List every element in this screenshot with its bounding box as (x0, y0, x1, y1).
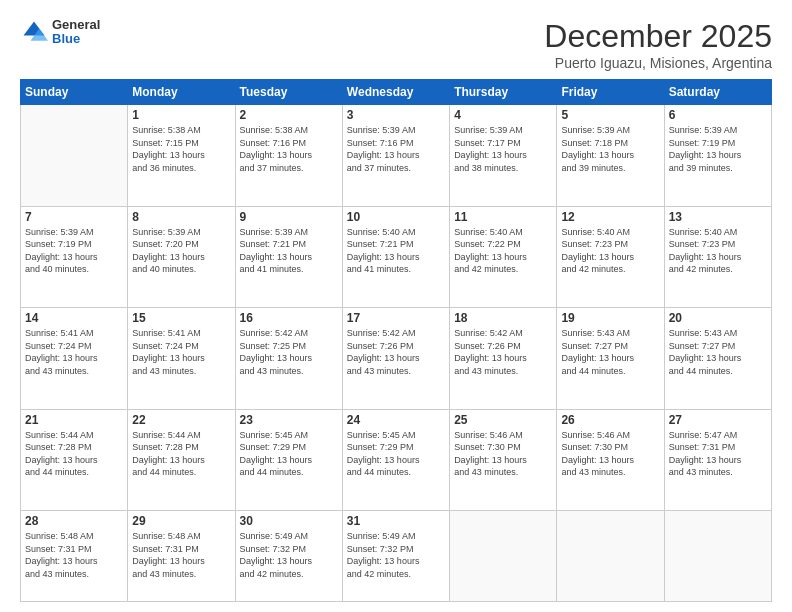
cell-info: Sunrise: 5:40 AMSunset: 7:23 PMDaylight:… (561, 226, 659, 276)
day-number: 18 (454, 311, 552, 325)
table-row: 22Sunrise: 5:44 AMSunset: 7:28 PMDayligh… (128, 409, 235, 511)
day-number: 8 (132, 210, 230, 224)
table-row: 30Sunrise: 5:49 AMSunset: 7:32 PMDayligh… (235, 511, 342, 602)
cell-info: Sunrise: 5:39 AMSunset: 7:18 PMDaylight:… (561, 124, 659, 174)
day-number: 7 (25, 210, 123, 224)
table-row: 14Sunrise: 5:41 AMSunset: 7:24 PMDayligh… (21, 308, 128, 410)
table-row: 12Sunrise: 5:40 AMSunset: 7:23 PMDayligh… (557, 206, 664, 308)
logo-blue-text: Blue (52, 32, 100, 46)
header-monday: Monday (128, 80, 235, 105)
cell-info: Sunrise: 5:44 AMSunset: 7:28 PMDaylight:… (25, 429, 123, 479)
table-row (21, 105, 128, 207)
calendar-week-row: 7Sunrise: 5:39 AMSunset: 7:19 PMDaylight… (21, 206, 772, 308)
table-row: 9Sunrise: 5:39 AMSunset: 7:21 PMDaylight… (235, 206, 342, 308)
main-title: December 2025 (544, 18, 772, 55)
header-sunday: Sunday (21, 80, 128, 105)
cell-info: Sunrise: 5:38 AMSunset: 7:15 PMDaylight:… (132, 124, 230, 174)
cell-info: Sunrise: 5:47 AMSunset: 7:31 PMDaylight:… (669, 429, 767, 479)
cell-info: Sunrise: 5:39 AMSunset: 7:16 PMDaylight:… (347, 124, 445, 174)
table-row (664, 511, 771, 602)
day-number: 28 (25, 514, 123, 528)
day-number: 16 (240, 311, 338, 325)
cell-info: Sunrise: 5:49 AMSunset: 7:32 PMDaylight:… (240, 530, 338, 580)
header-saturday: Saturday (664, 80, 771, 105)
day-number: 22 (132, 413, 230, 427)
logo-text: General Blue (52, 18, 100, 47)
day-number: 4 (454, 108, 552, 122)
day-number: 24 (347, 413, 445, 427)
table-row: 15Sunrise: 5:41 AMSunset: 7:24 PMDayligh… (128, 308, 235, 410)
table-row: 27Sunrise: 5:47 AMSunset: 7:31 PMDayligh… (664, 409, 771, 511)
weekday-header-row: Sunday Monday Tuesday Wednesday Thursday… (21, 80, 772, 105)
title-block: December 2025 Puerto Iguazu, Misiones, A… (544, 18, 772, 71)
logo-general: General (52, 18, 100, 32)
table-row: 19Sunrise: 5:43 AMSunset: 7:27 PMDayligh… (557, 308, 664, 410)
table-row: 28Sunrise: 5:48 AMSunset: 7:31 PMDayligh… (21, 511, 128, 602)
table-row: 3Sunrise: 5:39 AMSunset: 7:16 PMDaylight… (342, 105, 449, 207)
day-number: 30 (240, 514, 338, 528)
calendar-week-row: 21Sunrise: 5:44 AMSunset: 7:28 PMDayligh… (21, 409, 772, 511)
cell-info: Sunrise: 5:46 AMSunset: 7:30 PMDaylight:… (561, 429, 659, 479)
header-thursday: Thursday (450, 80, 557, 105)
table-row: 8Sunrise: 5:39 AMSunset: 7:20 PMDaylight… (128, 206, 235, 308)
day-number: 2 (240, 108, 338, 122)
table-row: 25Sunrise: 5:46 AMSunset: 7:30 PMDayligh… (450, 409, 557, 511)
cell-info: Sunrise: 5:48 AMSunset: 7:31 PMDaylight:… (132, 530, 230, 580)
page: General Blue December 2025 Puerto Iguazu… (0, 0, 792, 612)
table-row: 11Sunrise: 5:40 AMSunset: 7:22 PMDayligh… (450, 206, 557, 308)
day-number: 1 (132, 108, 230, 122)
cell-info: Sunrise: 5:40 AMSunset: 7:21 PMDaylight:… (347, 226, 445, 276)
cell-info: Sunrise: 5:40 AMSunset: 7:23 PMDaylight:… (669, 226, 767, 276)
cell-info: Sunrise: 5:41 AMSunset: 7:24 PMDaylight:… (132, 327, 230, 377)
cell-info: Sunrise: 5:46 AMSunset: 7:30 PMDaylight:… (454, 429, 552, 479)
cell-info: Sunrise: 5:38 AMSunset: 7:16 PMDaylight:… (240, 124, 338, 174)
table-row: 5Sunrise: 5:39 AMSunset: 7:18 PMDaylight… (557, 105, 664, 207)
table-row: 6Sunrise: 5:39 AMSunset: 7:19 PMDaylight… (664, 105, 771, 207)
header-wednesday: Wednesday (342, 80, 449, 105)
header-friday: Friday (557, 80, 664, 105)
table-row: 20Sunrise: 5:43 AMSunset: 7:27 PMDayligh… (664, 308, 771, 410)
table-row: 24Sunrise: 5:45 AMSunset: 7:29 PMDayligh… (342, 409, 449, 511)
day-number: 27 (669, 413, 767, 427)
table-row: 1Sunrise: 5:38 AMSunset: 7:15 PMDaylight… (128, 105, 235, 207)
cell-info: Sunrise: 5:44 AMSunset: 7:28 PMDaylight:… (132, 429, 230, 479)
logo: General Blue (20, 18, 100, 47)
table-row: 4Sunrise: 5:39 AMSunset: 7:17 PMDaylight… (450, 105, 557, 207)
cell-info: Sunrise: 5:49 AMSunset: 7:32 PMDaylight:… (347, 530, 445, 580)
table-row: 2Sunrise: 5:38 AMSunset: 7:16 PMDaylight… (235, 105, 342, 207)
day-number: 12 (561, 210, 659, 224)
table-row: 29Sunrise: 5:48 AMSunset: 7:31 PMDayligh… (128, 511, 235, 602)
header-tuesday: Tuesday (235, 80, 342, 105)
header: General Blue December 2025 Puerto Iguazu… (20, 18, 772, 71)
day-number: 31 (347, 514, 445, 528)
day-number: 15 (132, 311, 230, 325)
table-row: 7Sunrise: 5:39 AMSunset: 7:19 PMDaylight… (21, 206, 128, 308)
cell-info: Sunrise: 5:39 AMSunset: 7:17 PMDaylight:… (454, 124, 552, 174)
day-number: 19 (561, 311, 659, 325)
cell-info: Sunrise: 5:39 AMSunset: 7:20 PMDaylight:… (132, 226, 230, 276)
cell-info: Sunrise: 5:42 AMSunset: 7:26 PMDaylight:… (347, 327, 445, 377)
day-number: 26 (561, 413, 659, 427)
day-number: 5 (561, 108, 659, 122)
cell-info: Sunrise: 5:43 AMSunset: 7:27 PMDaylight:… (561, 327, 659, 377)
day-number: 29 (132, 514, 230, 528)
table-row: 26Sunrise: 5:46 AMSunset: 7:30 PMDayligh… (557, 409, 664, 511)
day-number: 6 (669, 108, 767, 122)
table-row (557, 511, 664, 602)
day-number: 10 (347, 210, 445, 224)
table-row: 21Sunrise: 5:44 AMSunset: 7:28 PMDayligh… (21, 409, 128, 511)
table-row: 13Sunrise: 5:40 AMSunset: 7:23 PMDayligh… (664, 206, 771, 308)
cell-info: Sunrise: 5:48 AMSunset: 7:31 PMDaylight:… (25, 530, 123, 580)
calendar-week-row: 1Sunrise: 5:38 AMSunset: 7:15 PMDaylight… (21, 105, 772, 207)
day-number: 25 (454, 413, 552, 427)
table-row: 23Sunrise: 5:45 AMSunset: 7:29 PMDayligh… (235, 409, 342, 511)
table-row: 18Sunrise: 5:42 AMSunset: 7:26 PMDayligh… (450, 308, 557, 410)
table-row: 16Sunrise: 5:42 AMSunset: 7:25 PMDayligh… (235, 308, 342, 410)
cell-info: Sunrise: 5:40 AMSunset: 7:22 PMDaylight:… (454, 226, 552, 276)
cell-info: Sunrise: 5:45 AMSunset: 7:29 PMDaylight:… (347, 429, 445, 479)
cell-info: Sunrise: 5:42 AMSunset: 7:25 PMDaylight:… (240, 327, 338, 377)
table-row: 17Sunrise: 5:42 AMSunset: 7:26 PMDayligh… (342, 308, 449, 410)
day-number: 20 (669, 311, 767, 325)
day-number: 21 (25, 413, 123, 427)
cell-info: Sunrise: 5:39 AMSunset: 7:21 PMDaylight:… (240, 226, 338, 276)
